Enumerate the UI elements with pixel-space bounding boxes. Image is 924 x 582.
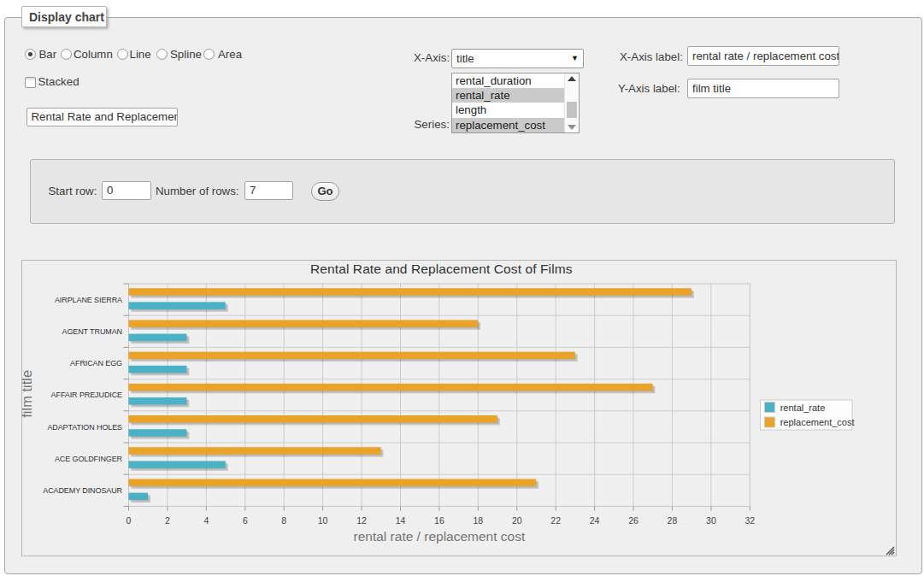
svg-text:12: 12 <box>356 515 367 526</box>
svg-text:26: 26 <box>628 515 639 526</box>
svg-text:AIRPLANE SIERRA: AIRPLANE SIERRA <box>55 296 122 304</box>
svg-text:20: 20 <box>512 515 522 526</box>
svg-text:10: 10 <box>318 515 328 526</box>
svg-text:16: 16 <box>434 515 444 526</box>
svg-text:AGENT TRUMAN: AGENT TRUMAN <box>62 327 122 336</box>
svg-text:ACE GOLDFINGER: ACE GOLDFINGER <box>55 455 123 463</box>
svg-text:0: 0 <box>127 515 132 526</box>
svg-text:rental_rate: rental_rate <box>780 403 826 413</box>
svg-text:ACADEMY DINOSAUR: ACADEMY DINOSAUR <box>43 486 122 495</box>
svg-text:6: 6 <box>243 515 248 526</box>
svg-text:rental rate / replacement cost: rental rate / replacement cost <box>354 529 526 544</box>
svg-text:film title: film title <box>22 370 34 418</box>
svg-text:2: 2 <box>165 515 170 526</box>
svg-text:Rental Rate and Replacement Co: Rental Rate and Replacement Cost of Film… <box>310 262 573 276</box>
svg-text:AFFAIR PREJUDICE: AFFAIR PREJUDICE <box>51 391 123 399</box>
svg-text:AFRICAN EGG: AFRICAN EGG <box>70 359 122 367</box>
svg-text:4: 4 <box>203 515 209 526</box>
svg-text:30: 30 <box>706 515 716 526</box>
svg-text:8: 8 <box>281 515 286 526</box>
svg-text:ADAPTATION HOLES: ADAPTATION HOLES <box>47 423 122 432</box>
svg-text:28: 28 <box>668 515 678 526</box>
svg-text:18: 18 <box>473 515 483 526</box>
svg-text:32: 32 <box>744 515 755 526</box>
svg-text:14: 14 <box>396 515 406 526</box>
svg-text:replacement_cost: replacement_cost <box>780 417 855 427</box>
svg-text:24: 24 <box>590 515 600 526</box>
svg-text:22: 22 <box>550 515 561 526</box>
